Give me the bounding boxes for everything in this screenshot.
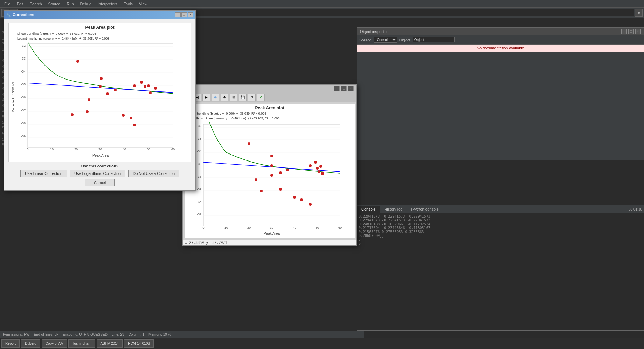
svg-text:-39: -39 <box>21 135 26 138</box>
peak-tool-zoom[interactable]: ⊕ <box>212 94 219 101</box>
do-not-use-correction-button[interactable]: Do Not Use a Correction <box>128 170 179 177</box>
svg-text:-38: -38 <box>197 200 201 204</box>
inspector-close-btn[interactable]: × <box>635 29 641 34</box>
object-input[interactable] <box>413 37 455 42</box>
object-inspector-title: Object inspector <box>360 29 388 34</box>
svg-point-33 <box>318 170 320 173</box>
svg-text:60: 60 <box>338 226 342 230</box>
tab-ipython-console[interactable]: IPython console <box>407 206 443 213</box>
taskbar-copy-of-aa[interactable]: Copy of AA <box>42 339 67 348</box>
corrections-maximize-btn[interactable]: □ <box>181 12 187 17</box>
svg-point-31 <box>314 161 317 164</box>
peak-chart-area: Peak Area plot Linear trendline (blue): … <box>184 104 355 238</box>
object-inspector-panel: Object inspector _ □ × Source Console Ob… <box>357 27 644 160</box>
menu-file[interactable]: File <box>1 1 13 7</box>
svg-point-36 <box>255 178 257 181</box>
svg-point-29 <box>286 169 289 171</box>
svg-point-80 <box>149 91 152 94</box>
svg-point-35 <box>321 172 324 175</box>
svg-text:10: 10 <box>224 226 228 230</box>
peak-tool-config[interactable]: ⚙ <box>248 94 256 101</box>
peak-tool-save[interactable]: 💾 <box>239 94 247 101</box>
svg-text:-33: -33 <box>197 137 201 141</box>
console-line-4: 0.24816188 -0.18629661 -0.11792534 <box>359 222 642 226</box>
tab-console[interactable]: Console <box>357 206 380 213</box>
svg-point-79 <box>147 84 150 87</box>
menu-run[interactable]: Run <box>64 1 76 7</box>
svg-text:-34: -34 <box>21 70 26 73</box>
taskbar-asita-2014[interactable]: ASITA 2014 <box>97 339 123 348</box>
taskbar: Report Duberg Copy of AA Tushingham ASIT… <box>0 338 644 349</box>
svg-point-42 <box>279 188 282 191</box>
taskbar-rcm-14-0108[interactable]: RCM-14-0108 <box>124 339 154 348</box>
peak-tool-select[interactable]: ⊞ <box>230 94 237 101</box>
svg-point-26 <box>270 164 273 167</box>
tab-history-log[interactable]: History log <box>380 206 407 213</box>
svg-text:Peak Area: Peak Area <box>264 232 280 235</box>
svg-point-82 <box>88 98 90 101</box>
svg-text:50: 50 <box>316 226 319 230</box>
svg-text:-37: -37 <box>197 187 201 191</box>
menu-debug[interactable]: Debug <box>77 1 94 7</box>
source-dropdown[interactable]: Console <box>374 37 397 43</box>
svg-point-72 <box>99 85 102 88</box>
peak-chart-title: Peak Area plot <box>186 105 353 110</box>
inspector-toolbar: Source Console Object <box>357 35 644 45</box>
peak-tool-pan[interactable]: ✤ <box>221 94 228 101</box>
svg-point-37 <box>260 190 263 192</box>
svg-point-41 <box>270 174 273 177</box>
column-status: Column: 1 <box>129 333 145 336</box>
menu-source[interactable]: Source <box>46 1 63 7</box>
peak-chart-svg: -32 -33 -34 -35 -36 -37 -38 -39 0 10 20 … <box>186 121 347 237</box>
corrections-close-btn[interactable]: × <box>188 12 193 17</box>
peak-legend-line2: Logarithmic fit line (green): y = -0.464… <box>187 116 353 121</box>
menu-view[interactable]: View <box>136 1 150 7</box>
cancel-button[interactable]: Cancel <box>85 179 115 186</box>
peak-legend-line1: Linear trendline (blue): y = -0.009x + -… <box>187 111 353 116</box>
corrections-title: Corrections <box>13 13 34 17</box>
corrections-dialog: 🔧 Corrections _ □ × Peak Area plot Linea… <box>4 10 196 191</box>
svg-point-84 <box>122 114 125 117</box>
svg-text:10: 10 <box>50 148 54 151</box>
svg-point-74 <box>106 92 109 95</box>
use-logarithmic-correction-button[interactable]: Use Logarithmic Correction <box>70 170 125 177</box>
svg-text:-37: -37 <box>21 109 26 112</box>
toolbar-refresh[interactable]: ↻ <box>635 9 643 17</box>
main-chart-svg: -32 -33 -34 -35 -36 -37 -38 -39 0 10 20 … <box>10 41 178 160</box>
taskbar-report[interactable]: Report <box>1 339 20 348</box>
taskbar-duberg[interactable]: Duberg <box>21 339 40 348</box>
svg-text:-32: -32 <box>21 44 26 47</box>
svg-point-78 <box>144 85 146 88</box>
svg-point-38 <box>293 196 296 199</box>
svg-point-39 <box>300 198 303 201</box>
peak-close-btn[interactable]: × <box>348 86 354 91</box>
peak-tool-check[interactable]: ✓ <box>257 94 265 101</box>
svg-point-34 <box>319 165 322 168</box>
svg-text:0: 0 <box>202 226 204 230</box>
peak-window-titlebar: _ □ × <box>183 85 356 93</box>
no-doc-banner: No documentation available <box>357 45 644 52</box>
line-endings-status: End-of-lines: LF <box>34 333 59 336</box>
menu-search[interactable]: Search <box>27 1 45 7</box>
corrections-minimize-btn[interactable]: _ <box>175 12 181 17</box>
peak-minimize-btn[interactable]: _ <box>334 86 340 91</box>
console-content: 0.22941573 -0.22941573 -0.22941573 0.229… <box>357 213 644 247</box>
menu-interpreters[interactable]: Interpreters <box>95 1 120 7</box>
corrections-title-controls: _ □ × <box>175 12 193 17</box>
peak-tool-forward[interactable]: ▶ <box>202 94 210 101</box>
svg-point-73 <box>100 77 103 80</box>
correction-prompt: Use this correction? <box>7 164 193 168</box>
inspector-maximize-btn[interactable]: □ <box>628 29 634 34</box>
peak-maximize-btn[interactable]: □ <box>341 86 347 91</box>
taskbar-tushingham[interactable]: Tushingham <box>68 339 95 348</box>
source-label: Source <box>359 38 372 42</box>
menu-tools[interactable]: Tools <box>121 1 136 7</box>
use-linear-correction-button[interactable]: Use Linear Correction <box>20 170 67 177</box>
inspector-minimize-btn[interactable]: _ <box>621 29 627 34</box>
svg-text:40: 40 <box>293 226 296 230</box>
menu-edit[interactable]: Edit <box>14 1 26 7</box>
svg-point-40 <box>309 203 312 206</box>
peak-coordinates: x=27.3859 y=-32.2971 <box>183 240 356 245</box>
svg-rect-45 <box>28 44 173 147</box>
console-line-2: 0.22941573 -0.22941573 -0.22941573 <box>359 218 642 222</box>
